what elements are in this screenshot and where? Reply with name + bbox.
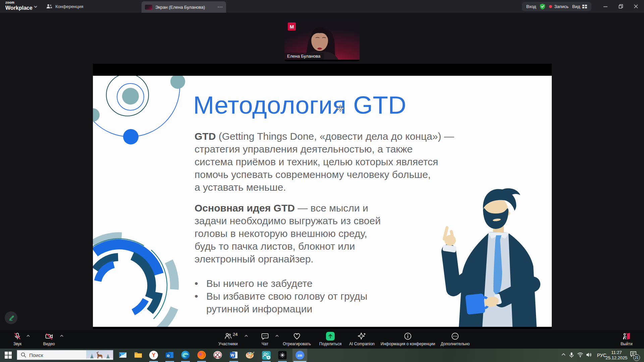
record-label: Запись xyxy=(554,4,569,9)
bullet-item: • Вы избавите свою голову от груды рутин… xyxy=(195,290,367,315)
leave-icon xyxy=(622,332,631,340)
meeting-main-area: M Елена Буланова Мето xyxy=(0,13,644,330)
slide-paragraph-2: Основная идея GTD — все мысли и задачи н… xyxy=(195,202,381,265)
leave-label: Выйти xyxy=(621,342,633,346)
meeting-info-button[interactable]: Информация о конференции xyxy=(381,332,435,346)
participants-label: Участники xyxy=(218,342,237,346)
presentation-slide: Методология GTD GTD (Getting Things Done… xyxy=(93,76,552,327)
shield-check-icon[interactable] xyxy=(540,3,545,10)
participant-name-tag: Елена Буланова xyxy=(284,53,324,60)
word-icon[interactable]: W xyxy=(229,351,238,359)
tray-chevron-icon[interactable] xyxy=(561,352,566,357)
p1-line3: система приёмов и техник, целью которых … xyxy=(195,156,454,168)
participants-button[interactable]: 24 Участники xyxy=(218,332,237,346)
search-icon xyxy=(21,352,26,358)
mail-icon[interactable] xyxy=(118,351,127,359)
people-tab-icon xyxy=(46,4,52,9)
close-icon[interactable] xyxy=(633,3,639,9)
record-dot xyxy=(549,5,552,8)
more-label: Дополнительно xyxy=(441,342,470,346)
firefox-icon[interactable] xyxy=(197,351,206,359)
mic-muted-icon xyxy=(13,332,21,340)
audio-button[interactable]: Звук xyxy=(13,332,22,346)
file-explorer-icon[interactable] xyxy=(134,351,143,359)
bullet-item: • Вы ничего не забудете xyxy=(195,277,367,290)
minimize-icon[interactable] xyxy=(602,3,608,9)
tray-mic-icon[interactable] xyxy=(569,352,574,358)
language-indicator[interactable]: РУС xyxy=(597,353,606,358)
restore-icon[interactable] xyxy=(618,3,624,9)
clock-time: 11:27 xyxy=(605,350,627,355)
outlook-icon[interactable]: o xyxy=(165,351,174,359)
video-button[interactable]: Видео xyxy=(43,332,55,346)
bullet-dot: • xyxy=(195,290,206,315)
p1-line5: а уставать меньше. xyxy=(195,181,454,194)
more-button[interactable]: Дополнительно xyxy=(441,332,470,346)
ai-companion-icon xyxy=(358,332,366,340)
leave-button[interactable]: Выйти xyxy=(621,332,633,346)
yandex-browser-icon[interactable]: Y xyxy=(149,351,158,360)
chat-icon xyxy=(261,332,269,340)
taskbar-clock[interactable]: 11:27 25.12.2025 xyxy=(605,350,627,361)
wifi-icon[interactable] xyxy=(577,352,583,357)
video-label: Видео xyxy=(43,342,55,346)
snipping-tool-icon[interactable] xyxy=(213,351,222,359)
chevron-up-icon[interactable] xyxy=(60,335,64,337)
chat-button[interactable]: Чат xyxy=(261,332,269,346)
annotate-button[interactable] xyxy=(5,311,17,324)
tab-conference[interactable]: Конференция xyxy=(46,0,83,13)
meeting-info-label: Информация о конференции xyxy=(381,342,435,346)
tab-more-icon[interactable]: ⋯ xyxy=(217,4,223,10)
participants-icon: 24 xyxy=(224,332,232,340)
audio-label: Звук xyxy=(13,342,22,346)
move-cursor-icon xyxy=(337,105,344,112)
windows-taskbar: Y o xyxy=(0,349,644,362)
clock-date: 25.12.2025 xyxy=(605,355,627,361)
react-button[interactable]: Отреагировать xyxy=(283,332,311,346)
bullet1-line1: Вы ничего не забудете xyxy=(206,277,313,290)
tab-screen-share[interactable]: Экран (Елена Буланова) ⋯ xyxy=(142,1,226,13)
share-label: Поделиться xyxy=(319,342,341,346)
contacts-app-icon[interactable] xyxy=(262,351,271,360)
windows-start-icon[interactable] xyxy=(5,352,12,359)
view-label: Вид xyxy=(572,4,580,9)
view-grid-icon xyxy=(582,5,587,8)
slide-title: Методология GTD xyxy=(193,90,406,119)
p1-line1: (Getting Things Done, «довести дела до к… xyxy=(216,131,454,142)
notification-icon[interactable]: 21 xyxy=(630,351,637,357)
notification-count-badge: 21 xyxy=(633,354,640,361)
titlebar-controls: Вход Запись Вид xyxy=(522,2,591,11)
participants-count: 24 xyxy=(233,332,237,337)
zoom-toolbar: Звук Видео 24 Участники xyxy=(0,330,644,349)
view-button[interactable]: Вид xyxy=(572,4,587,9)
search-input[interactable] xyxy=(26,352,86,358)
p1-lead: GTD xyxy=(195,131,216,142)
record-indicator[interactable]: Запись xyxy=(549,4,569,9)
edge-icon[interactable] xyxy=(181,351,190,359)
ai-companion-label: AI Companion xyxy=(349,342,375,346)
dark-app-icon[interactable] xyxy=(278,351,287,360)
ai-companion-button[interactable]: AI Companion xyxy=(349,332,375,346)
zoom-app-icon[interactable]: zm xyxy=(296,351,305,360)
presenter-video-tile[interactable]: M Елена Буланова xyxy=(284,19,360,61)
share-screen-button[interactable]: Поделиться xyxy=(319,332,341,346)
svg-text:zm: zm xyxy=(298,354,302,357)
taskbar-search[interactable] xyxy=(17,350,113,360)
login-button[interactable]: Вход xyxy=(526,4,536,9)
chevron-down-icon[interactable] xyxy=(34,5,38,8)
chevron-up-icon[interactable] xyxy=(26,335,30,337)
annotate-pencil-icon xyxy=(8,314,14,321)
heart-icon xyxy=(293,332,301,340)
video-bottom-strip xyxy=(284,60,360,61)
p1-line4: помочь успевать современному человеку бо… xyxy=(195,168,454,181)
chevron-up-icon[interactable] xyxy=(275,335,279,337)
camera-muted-icon xyxy=(45,332,53,340)
chevron-up-icon[interactable] xyxy=(244,335,248,337)
slide-bullet-list: • Вы ничего не забудете • Вы избавите св… xyxy=(195,277,367,315)
paint-icon[interactable] xyxy=(246,351,255,359)
p2-line1: — все мысли и xyxy=(295,202,368,214)
info-icon xyxy=(404,332,412,340)
volume-icon[interactable] xyxy=(586,352,592,357)
zoom-workplace-logo: zoom Workplace xyxy=(5,1,33,11)
svg-text:W: W xyxy=(230,353,234,358)
